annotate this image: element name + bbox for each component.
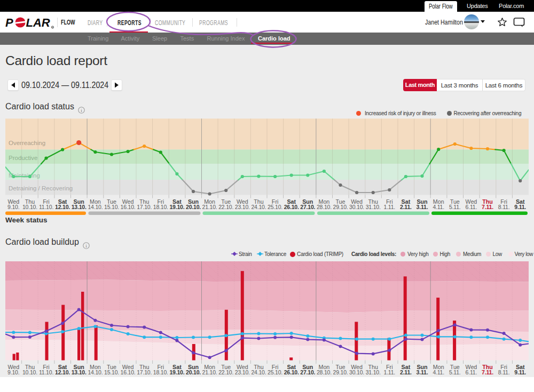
svg-text:4.11.: 4.11. bbox=[433, 369, 444, 375]
svg-text:18.10.: 18.10. bbox=[153, 204, 168, 210]
svg-text:3.11.: 3.11. bbox=[417, 204, 428, 210]
svg-text:26.10.: 26.10. bbox=[284, 204, 299, 210]
svg-text:11.10.: 11.10. bbox=[39, 204, 53, 210]
svg-text:27.10.: 27.10. bbox=[300, 369, 315, 375]
svg-text:8.11.: 8.11. bbox=[498, 369, 510, 375]
svg-text:Productive: Productive bbox=[9, 155, 37, 161]
svg-text:25.10.: 25.10. bbox=[268, 204, 282, 210]
svg-text:13.10.: 13.10. bbox=[72, 369, 87, 375]
svg-text:29.10.: 29.10. bbox=[333, 204, 348, 210]
svg-text:9.11.: 9.11. bbox=[514, 204, 526, 210]
svg-text:4.11.: 4.11. bbox=[433, 204, 444, 210]
svg-text:P: P bbox=[5, 16, 13, 29]
svg-text:27.10.: 27.10. bbox=[300, 204, 315, 210]
svg-text:17.10.: 17.10. bbox=[137, 369, 152, 375]
svg-text:5.11.: 5.11. bbox=[449, 204, 461, 210]
svg-text:Detraining / Recovering: Detraining / Recovering bbox=[9, 185, 73, 191]
svg-text:6.11.: 6.11. bbox=[466, 369, 477, 375]
svg-text:10.10.: 10.10. bbox=[22, 369, 37, 375]
svg-text:14.10.: 14.10. bbox=[88, 369, 103, 375]
svg-text:14.10.: 14.10. bbox=[88, 204, 103, 210]
svg-text:9.10.: 9.10. bbox=[7, 204, 19, 210]
svg-text:30.10.: 30.10. bbox=[349, 204, 364, 210]
svg-text:31.10.: 31.10. bbox=[366, 204, 381, 210]
svg-text:21.10.: 21.10. bbox=[202, 204, 217, 210]
svg-text:31.10.: 31.10. bbox=[366, 369, 381, 375]
svg-text:5.11.: 5.11. bbox=[449, 369, 461, 375]
svg-text:23.10.: 23.10. bbox=[235, 204, 250, 210]
svg-text:2.11.: 2.11. bbox=[400, 369, 412, 375]
svg-text:11.10.: 11.10. bbox=[39, 369, 53, 375]
svg-text:18.10.: 18.10. bbox=[153, 369, 168, 375]
svg-text:15.10.: 15.10. bbox=[104, 369, 119, 375]
svg-text:2.11.: 2.11. bbox=[400, 204, 412, 210]
svg-text:8.11.: 8.11. bbox=[498, 204, 510, 210]
svg-text:20.10.: 20.10. bbox=[186, 369, 201, 375]
svg-text:19.10.: 19.10. bbox=[169, 369, 184, 375]
svg-text:24.10.: 24.10. bbox=[251, 369, 266, 375]
svg-text:26.10.: 26.10. bbox=[284, 369, 299, 375]
svg-text:3.11.: 3.11. bbox=[417, 369, 428, 375]
svg-text:12.10.: 12.10. bbox=[55, 204, 70, 210]
svg-text:13.10.: 13.10. bbox=[72, 204, 87, 210]
svg-text:19.10.: 19.10. bbox=[169, 204, 184, 210]
svg-text:9.10.: 9.10. bbox=[7, 369, 19, 375]
svg-text:10.10.: 10.10. bbox=[22, 204, 37, 210]
svg-text:9.11.: 9.11. bbox=[514, 369, 526, 375]
svg-text:7.11.: 7.11. bbox=[482, 369, 493, 375]
svg-text:21.10.: 21.10. bbox=[202, 369, 217, 375]
svg-text:22.10.: 22.10. bbox=[218, 369, 233, 375]
svg-text:LAR: LAR bbox=[26, 16, 50, 29]
svg-text:29.10.: 29.10. bbox=[333, 369, 348, 375]
svg-text:28.10.: 28.10. bbox=[317, 369, 332, 375]
svg-text:22.10.: 22.10. bbox=[218, 204, 233, 210]
svg-text:17.10.: 17.10. bbox=[137, 204, 152, 210]
svg-text:16.10.: 16.10. bbox=[121, 369, 136, 375]
svg-text:15.10.: 15.10. bbox=[104, 204, 119, 210]
svg-text:Overreaching: Overreaching bbox=[9, 140, 45, 146]
svg-text:24.10.: 24.10. bbox=[251, 204, 266, 210]
svg-text:6.11.: 6.11. bbox=[466, 204, 477, 210]
svg-text:1.11.: 1.11. bbox=[384, 204, 396, 210]
svg-text:30.10.: 30.10. bbox=[349, 369, 364, 375]
svg-text:7.11.: 7.11. bbox=[482, 204, 493, 210]
svg-text:Week status: Week status bbox=[5, 216, 48, 224]
svg-text:i: i bbox=[85, 243, 87, 249]
svg-text:20.10.: 20.10. bbox=[186, 204, 201, 210]
svg-text:28.10.: 28.10. bbox=[317, 204, 332, 210]
svg-text:1.11.: 1.11. bbox=[384, 369, 396, 375]
svg-text:12.10.: 12.10. bbox=[55, 369, 70, 375]
svg-text:23.10.: 23.10. bbox=[235, 369, 250, 375]
svg-text:i: i bbox=[81, 108, 82, 113]
svg-text:16.10.: 16.10. bbox=[121, 204, 136, 210]
svg-text:25.10.: 25.10. bbox=[268, 369, 282, 375]
